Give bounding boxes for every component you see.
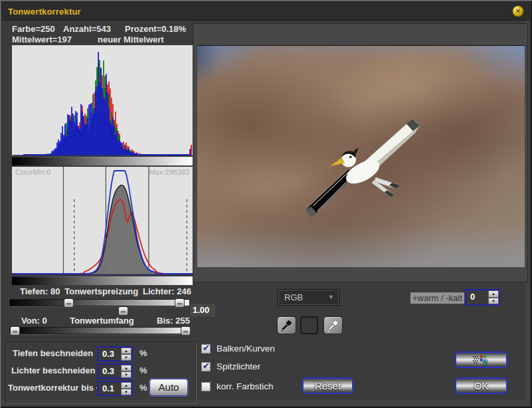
range-slider-track[interactable]: [9, 327, 190, 334]
tonwertkorrektur-bis-label: Tonwertkorrektur bis <: [8, 383, 101, 393]
rgb-histogram-panel: [12, 45, 193, 155]
von-label: Von: 0: [21, 316, 47, 326]
svg-text:?: ?: [482, 357, 487, 366]
white-point-eyedropper-button[interactable]: [323, 316, 343, 334]
spin-up-icon[interactable]: ▲: [121, 365, 132, 371]
spin-up-icon[interactable]: ▲: [121, 348, 132, 354]
checkbox-box[interactable]: ✔: [201, 362, 211, 371]
gamma-slider-thumb[interactable]: [118, 306, 128, 316]
tonwertkorrektur-dialog: Tonwertkorrektur ✕ Farbe=250 Anzahl=543 …: [0, 0, 532, 408]
spinner-value[interactable]: 0.3: [98, 348, 121, 360]
warm-kalt-spinner[interactable]: 0 ▲▼: [465, 289, 500, 306]
percent-unit: %: [139, 365, 147, 375]
checkbox-label: Spitzlichter: [217, 361, 260, 371]
color-help-button[interactable]: ?: [455, 352, 507, 368]
chevron-down-icon[interactable]: ▼: [328, 294, 334, 300]
channel-dropdown[interactable]: RGB ▼: [278, 289, 339, 306]
histogram-stats: Farbe=250 Anzahl=543 Prozent=0.18% Mitte…: [12, 24, 193, 45]
spinner-value[interactable]: 0: [466, 290, 488, 304]
check-icon: ✔: [203, 361, 210, 371]
spin-down-icon[interactable]: ▼: [121, 389, 132, 395]
percent-unit: %: [139, 383, 147, 393]
check-icon: ✔: [203, 343, 210, 353]
bis-label: Bis: 255: [157, 316, 190, 326]
stat-prozent: Prozent=0.18%: [125, 24, 186, 34]
colored-question-icon: ?: [472, 354, 491, 366]
percent-unit: %: [139, 348, 147, 358]
checkbox-korr-farbstich[interactable]: ✔ korr. Farbstich: [201, 381, 274, 392]
clip-settings-panel: Tiefen beschneiden 0.3 ▲▼ % Lichter besc…: [5, 342, 196, 403]
eyedropper-light-icon: [327, 319, 339, 332]
range-labels-row: Von: 0 Tonwertumfang Bis: 255: [12, 316, 193, 326]
curves-histogram-plot: [12, 167, 193, 275]
reset-button[interactable]: Reset: [302, 377, 353, 394]
channel-selected-value: RGB: [284, 292, 303, 302]
max-label: Max:298383: [149, 168, 189, 176]
lichter-label: Lichter: 246: [143, 286, 191, 297]
lichter-beschneiden-label: Lichter beschneiden: [11, 365, 95, 375]
grayscale-gradient-bar: [12, 276, 193, 285]
black-point-eyedropper-button[interactable]: [277, 316, 296, 334]
spin-up-icon[interactable]: ▲: [488, 290, 499, 298]
tern-bird-image: [297, 109, 446, 225]
curves-histogram-panel: ColorMin:0 Max:298383: [12, 167, 193, 275]
tiefen-slider-thumb[interactable]: [64, 298, 74, 308]
von-slider-thumb[interactable]: [10, 326, 20, 336]
clip-row: Lichter beschneiden 0.3 ▲▼ %: [6, 363, 195, 379]
eyedropper-dark-icon: [280, 319, 293, 332]
tiefen-label: Tiefen: 80: [20, 286, 60, 297]
clip-row: Tiefen beschneiden 0.3 ▲▼ %: [6, 346, 195, 362]
help-close-icon[interactable]: ✕: [512, 5, 524, 17]
image-preview-panel: [193, 23, 528, 282]
window-title: Tonwertkorrektur: [8, 7, 81, 17]
bis-slider-thumb[interactable]: [181, 326, 191, 336]
checkbox-label: Balken/Kurven: [217, 344, 275, 354]
ok-button[interactable]: OK: [455, 377, 507, 394]
checkbox-label: korr. Farbstich: [217, 381, 274, 391]
colormin-label: ColorMin:0: [15, 168, 50, 176]
warm-kalt-label: +warm / -kalt: [410, 292, 464, 304]
spin-down-icon[interactable]: ▼: [121, 354, 132, 361]
auto-button[interactable]: Auto: [149, 379, 188, 396]
spinner-value[interactable]: 0.3: [98, 365, 121, 377]
stat-farbe: Farbe=250: [12, 24, 55, 34]
spin-up-icon[interactable]: ▲: [121, 382, 132, 389]
spin-down-icon[interactable]: ▼: [121, 371, 132, 378]
stat-neuer-mittelwert: neuer Mittelwert: [98, 35, 164, 45]
rgb-histogram-plot: [12, 45, 193, 155]
grayscale-gradient-bar: [12, 157, 193, 165]
title-bar[interactable]: Tonwertkorrektur: [1, 1, 531, 21]
checkbox-balken-kurven[interactable]: ✔ Balken/Kurven: [201, 343, 275, 354]
lichter-beschneiden-spinner[interactable]: 0.3 ▲▼: [97, 363, 133, 379]
tiefen-beschneiden-label: Tiefen beschneiden: [13, 348, 93, 358]
midtone-swatch-button[interactable]: [300, 316, 318, 334]
checkbox-box[interactable]: ✔: [201, 344, 211, 354]
gamma-value: 1.00: [190, 304, 215, 317]
levels-labels-row: Tiefen: 80 Tonwertspreizung Lichter: 246: [12, 286, 193, 297]
checkbox-box[interactable]: ✔: [201, 382, 211, 391]
spinner-value[interactable]: 0.1: [98, 382, 121, 395]
tonwertumfang-label: Tonwertumfang: [70, 316, 134, 326]
lichter-slider-thumb[interactable]: [175, 298, 185, 308]
checkbox-spitzlichter[interactable]: ✔ Spitzlichter: [201, 361, 260, 372]
stat-anzahl: Anzahl=543: [63, 24, 111, 34]
tiefen-beschneiden-spinner[interactable]: 0.3 ▲▼: [97, 346, 133, 361]
levels-slider-track[interactable]: [9, 299, 190, 306]
tonwertspreizung-label: Tonwertspreizung: [64, 286, 138, 297]
preview-photo[interactable]: [197, 45, 525, 267]
spin-down-icon[interactable]: ▼: [488, 298, 499, 305]
tonwertkorrektur-bis-spinner[interactable]: 0.1 ▲▼: [97, 381, 133, 396]
stat-mittelwert: Mittelwert=197: [12, 35, 72, 45]
